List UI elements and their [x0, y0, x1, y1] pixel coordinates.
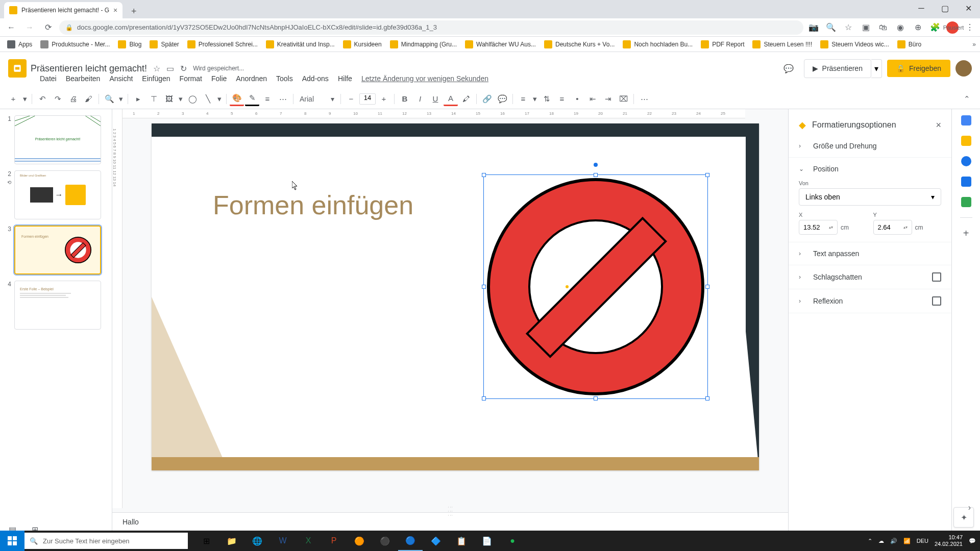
section-drop-shadow[interactable]: › Schlagschatten	[799, 272, 941, 282]
slide-thumbnail-2[interactable]: Bilder und Grafiken →	[14, 170, 101, 219]
menu-addons[interactable]: Add-ons	[298, 72, 333, 85]
drop-shadow-checkbox[interactable]	[932, 272, 941, 282]
tasks-addon-icon[interactable]	[961, 156, 971, 166]
present-button[interactable]: ▶ Präsentieren	[804, 59, 871, 78]
resize-handle-tm[interactable]	[594, 173, 598, 177]
prohibition-sign-shape[interactable]	[483, 174, 708, 399]
bookmark-blog[interactable]: Blog	[115, 38, 144, 51]
tray-language[interactable]: DEU	[917, 538, 928, 544]
undo-button[interactable]: ↶	[35, 92, 50, 106]
taskbar-explorer[interactable]: 📁	[219, 531, 244, 551]
tray-clock[interactable]: 10:47 24.02.2021	[935, 534, 963, 547]
menu-einfuegen[interactable]: Einfügen	[138, 72, 174, 85]
taskbar-app-2[interactable]: 📋	[449, 531, 474, 551]
resize-handle-bl[interactable]	[482, 396, 486, 400]
calendar-addon-icon[interactable]	[961, 115, 971, 126]
slide-thumbnail-4[interactable]: Erste Folie – Beispiel	[14, 281, 101, 330]
slide-title-text[interactable]: Formen einfügen	[213, 190, 413, 220]
menu-folie[interactable]: Folie	[207, 72, 231, 85]
position-from-select[interactable]: Links oben ▾	[799, 188, 941, 206]
resize-handle-bm[interactable]	[594, 396, 598, 400]
image-tool[interactable]: 🖼	[162, 92, 176, 106]
new-slide-button[interactable]: +	[6, 92, 20, 106]
italic-button[interactable]: I	[413, 92, 427, 106]
font-size-increase[interactable]: +	[377, 92, 391, 106]
bookmark-kursideen[interactable]: Kursideen	[340, 38, 385, 51]
slide-thumbnail-1[interactable]: Präsentieren leicht gemacht!	[14, 115, 101, 164]
section-size-rotation[interactable]: › Größe und Drehung	[799, 142, 941, 150]
comments-button[interactable]: 💬	[778, 58, 799, 79]
contacts-addon-icon[interactable]	[961, 177, 971, 187]
tray-notifications-icon[interactable]: 💬	[969, 538, 976, 544]
taskbar-notepad[interactable]: 📄	[475, 531, 499, 551]
redo-button[interactable]: ↷	[51, 92, 65, 106]
extensions-icon[interactable]: 🧩	[929, 21, 941, 34]
minimize-button[interactable]: ─	[910, 0, 933, 16]
print-button[interactable]: 🖨	[66, 92, 80, 106]
extension-icon-3[interactable]: ⊕	[912, 21, 924, 34]
maps-addon-icon[interactable]	[961, 197, 971, 207]
numbered-list-button[interactable]: ≡	[555, 92, 569, 106]
menu-bearbeiten[interactable]: Bearbeiten	[62, 72, 105, 85]
collapse-side-panel[interactable]: ›	[968, 503, 971, 512]
start-button[interactable]	[0, 531, 24, 551]
user-avatar[interactable]	[955, 60, 972, 77]
taskbar-edge-2[interactable]: 🔷	[424, 531, 448, 551]
bookmark-wahlfaecher[interactable]: Wahlfächer WU Aus...	[462, 38, 539, 51]
highlight-button[interactable]: 🖍	[459, 92, 473, 106]
x-input[interactable]: 13.52 ▴▾	[799, 220, 838, 235]
bookmark-pdf[interactable]: PDF Report	[698, 38, 747, 51]
underline-button[interactable]: U	[428, 92, 443, 106]
forward-button[interactable]: →	[22, 20, 37, 35]
back-button[interactable]: ←	[4, 20, 18, 35]
close-window-button[interactable]: ✕	[957, 0, 980, 16]
keep-addon-icon[interactable]	[961, 136, 971, 146]
menu-datei[interactable]: Datei	[36, 72, 61, 85]
image-dropdown[interactable]: ▾	[177, 92, 184, 106]
share-button[interactable]: 🔒 Freigeben	[887, 60, 950, 77]
tray-wifi-icon[interactable]: 📶	[903, 538, 911, 544]
text-color-button[interactable]: A	[444, 92, 458, 106]
indent-increase-button[interactable]: ⇥	[601, 92, 615, 106]
indent-decrease-button[interactable]: ⇤	[585, 92, 600, 106]
align-button[interactable]: ≡	[516, 92, 530, 106]
link-button[interactable]: 🔗	[480, 92, 494, 106]
move-icon[interactable]: ▭	[166, 64, 174, 73]
taskbar-word[interactable]: W	[271, 531, 295, 551]
slide-canvas[interactable]: Formen einfügen	[152, 123, 759, 470]
taskbar-edge[interactable]: 🌐	[245, 531, 270, 551]
resize-handle-br[interactable]	[705, 396, 709, 400]
resize-handle-tr[interactable]	[705, 173, 709, 177]
section-position[interactable]: ⌄ Position	[799, 165, 941, 173]
close-panel-icon[interactable]: ×	[936, 120, 941, 131]
line-tool[interactable]: ╲	[201, 92, 215, 106]
tray-volume-icon[interactable]: 🔊	[890, 538, 897, 544]
profile-badge[interactable]: Pausiert	[946, 21, 959, 34]
rotate-handle[interactable]	[594, 163, 598, 167]
menu-anordnen[interactable]: Anordnen	[232, 72, 271, 85]
resize-handle-mr[interactable]	[705, 285, 709, 289]
close-tab-icon[interactable]: ×	[113, 6, 117, 14]
bookmark-steuern-videos[interactable]: Steuern Videos wic...	[817, 38, 892, 51]
comment-button[interactable]: 💬	[495, 92, 509, 106]
star-outline-icon[interactable]: ☆	[153, 64, 160, 73]
taskbar-app-1[interactable]: 🟠	[347, 531, 372, 551]
camera-icon[interactable]: 📷	[807, 21, 820, 34]
fill-color-button[interactable]: 🎨	[230, 92, 244, 106]
font-select[interactable]: Arial▾	[297, 92, 337, 106]
border-weight-button[interactable]: ≡	[260, 92, 275, 106]
slide-thumbnail-3[interactable]: Formen einfügen	[14, 226, 101, 274]
line-spacing-button[interactable]: ⇅	[540, 92, 554, 106]
taskbar-excel[interactable]: X	[296, 531, 321, 551]
more-tools-button[interactable]: ⋯	[637, 92, 651, 106]
bookmark-hochladen[interactable]: Noch hochladen Bu...	[620, 38, 696, 51]
clear-formatting-button[interactable]: ⌧	[616, 92, 630, 106]
task-view-button[interactable]: ⊞	[194, 531, 218, 551]
font-size-input[interactable]: 14	[359, 93, 376, 105]
align-dropdown[interactable]: ▾	[531, 92, 538, 106]
menu-ansicht[interactable]: Ansicht	[105, 72, 137, 85]
reflection-checkbox[interactable]	[932, 296, 941, 306]
tray-overflow-icon[interactable]: ⌃	[868, 538, 872, 544]
tray-cloud-icon[interactable]: ☁	[878, 538, 884, 544]
menu-hilfe[interactable]: Hilfe	[334, 72, 356, 85]
